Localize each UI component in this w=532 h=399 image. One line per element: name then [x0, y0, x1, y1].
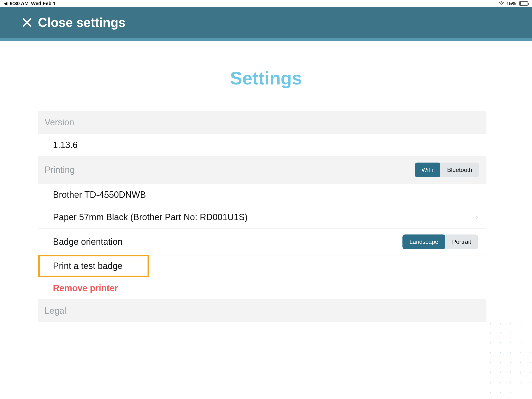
close-settings-label: Close settings	[38, 15, 125, 30]
back-caret-icon[interactable]: ◀	[4, 1, 7, 6]
row-remove-printer[interactable]: Remove printer	[38, 277, 486, 299]
row-paper[interactable]: Paper 57mm Black (Brother Part No: RD001…	[38, 206, 486, 229]
paper-label: Paper 57mm Black (Brother Part No: RD001…	[53, 212, 248, 222]
row-version-value: 1.13.6	[38, 134, 486, 156]
section-header-version: Version	[38, 111, 486, 134]
version-value: 1.13.6	[53, 140, 78, 150]
close-icon	[22, 17, 32, 27]
status-bar: ◀ 9:30 AM Wed Feb 1 15%	[0, 0, 532, 7]
section-header-printing: Printing WiFi Bluetooth	[38, 156, 486, 184]
connection-toggle[interactable]: WiFi Bluetooth	[415, 163, 479, 177]
orientation-label: Badge orientation	[53, 237, 122, 247]
print-test-badge-label: Print a test badge	[53, 261, 122, 271]
orientation-toggle[interactable]: Landscape Portrait	[402, 234, 478, 249]
status-time: 9:30 AM	[10, 1, 29, 6]
toggle-option-wifi[interactable]: WiFi	[415, 163, 440, 177]
top-bar: Close settings	[0, 7, 532, 38]
page-title: Settings	[0, 68, 532, 89]
section-header-legal: Legal	[38, 299, 486, 322]
status-date: Wed Feb 1	[31, 1, 56, 6]
toggle-option-landscape[interactable]: Landscape	[402, 234, 445, 249]
toggle-option-bluetooth[interactable]: Bluetooth	[440, 163, 479, 177]
battery-percent: 15%	[506, 1, 516, 6]
row-print-test-badge[interactable]: Print a test badge	[38, 255, 149, 277]
settings-list: Version 1.13.6 Printing WiFi Bluetooth B…	[38, 111, 486, 322]
remove-printer-label: Remove printer	[53, 283, 118, 293]
wifi-icon	[499, 1, 504, 6]
row-printer-name[interactable]: Brother TD-4550DNWB	[38, 184, 486, 206]
toggle-option-portrait[interactable]: Portrait	[445, 234, 478, 249]
printer-name: Brother TD-4550DNWB	[53, 190, 146, 200]
top-bar-accent	[0, 38, 532, 41]
battery-icon	[518, 1, 528, 6]
row-orientation: Badge orientation Landscape Portrait	[38, 229, 486, 255]
section-header-label: Version	[45, 117, 74, 128]
section-header-label: Printing	[45, 165, 75, 175]
close-settings-button[interactable]: Close settings	[22, 15, 125, 30]
section-header-label: Legal	[45, 306, 66, 316]
chevron-right-icon: ›	[476, 213, 478, 221]
